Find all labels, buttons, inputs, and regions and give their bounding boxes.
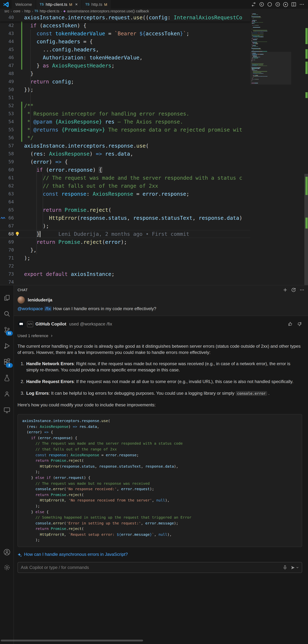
code-line[interactable]: 58 (res: AxiosResponse) => res.data, [0, 150, 250, 158]
close-tab-icon[interactable]: × [75, 2, 78, 6]
tab-http-label: http.ts [91, 2, 102, 6]
search-icon[interactable] [0, 307, 14, 321]
line-number: 64 [0, 198, 14, 206]
code-line[interactable]: 62 // that falls out of the range of 2xx [0, 182, 250, 190]
code-line[interactable]: 71); [0, 254, 250, 262]
symbol-method-icon: ◆ [63, 10, 66, 13]
panel-title-chat[interactable]: CHAT [18, 288, 28, 292]
code-line[interactable]: 46 Authorization: tokenHeaderValue, [0, 54, 250, 62]
line-number: 57 [0, 142, 14, 150]
minimap[interactable] [250, 14, 291, 88]
minimap-line [251, 40, 257, 40]
code-line[interactable]: 53 * Response interceptor for handling e… [0, 110, 250, 118]
tab-welcome[interactable]: Welcome [12, 0, 36, 9]
live-share-icon[interactable] [0, 387, 14, 401]
microphone-icon[interactable] [282, 565, 287, 570]
code-line[interactable]: 57axiosInstance.interceptors.response.us… [0, 142, 250, 150]
compare-changes-icon[interactable] [251, 2, 256, 7]
extensions-icon[interactable]: 2 [0, 355, 14, 369]
chat-input[interactable]: Ask Copilot or type / for commands [18, 562, 302, 573]
list-item: Handle Network Errors: Right now, if the… [26, 361, 302, 373]
minimap-line [251, 18, 253, 19]
source-control-icon[interactable]: 11 [0, 323, 14, 337]
minimap-viewport[interactable] [250, 52, 291, 84]
scm-badge: 11 [6, 331, 13, 336]
code-line[interactable]: 66 HttpError(response.status, response.s… [0, 214, 250, 222]
code-line[interactable]: 40axiosInstance.interceptors.request.use… [0, 14, 250, 22]
breadcrumb-src[interactable]: src [4, 9, 9, 13]
code-line[interactable]: 50}); [0, 86, 250, 94]
code-line[interactable]: 52/** [0, 102, 250, 110]
code-line[interactable]: 44 config.headers = { [0, 38, 250, 46]
code-block-line: const response: AxiosResponse = error.re… [22, 452, 297, 458]
run-and-debug-icon[interactable] [0, 339, 14, 353]
code-editor[interactable]: 42 if (accessToken) {43 const tokenHeade… [0, 14, 308, 285]
minimap-line [251, 17, 261, 18]
explorer-icon[interactable] [0, 291, 14, 305]
code-line[interactable]: 72 [0, 262, 250, 270]
line-number: 46 [0, 54, 14, 62]
breadcrumb-symbol[interactable]: axiosInstance.interceptors.response.use(… [67, 9, 149, 13]
code-line[interactable]: 60 if (error.response) { [0, 166, 250, 174]
line-number: 74 [0, 278, 14, 285]
minimap-line [251, 40, 252, 41]
code-line[interactable]: 47 } as AxiosRequestHeaders; [0, 62, 250, 70]
remote-explorer-icon[interactable] [0, 403, 14, 417]
gutter-marker-icon [1, 216, 6, 220]
list-item-text: : If the request was not made at all due… [74, 379, 293, 384]
code-line[interactable]: 48 } [0, 70, 250, 78]
suggested-code-block[interactable]: axiosInstance.interceptors.response.use(… [18, 414, 302, 547]
workspace-mention[interactable]: @workspace [18, 306, 43, 311]
code-line[interactable]: 59 (error) => { [0, 158, 250, 166]
accounts-icon[interactable] [0, 545, 14, 559]
code-line[interactable]: 63 const response: AxiosResponse = error… [0, 190, 250, 198]
more-actions-icon[interactable] [299, 2, 304, 7]
code-line[interactable]: 42 if (accessToken) { [0, 22, 250, 30]
chevron-down-icon [296, 566, 299, 569]
git-modified-badge: M [69, 2, 72, 6]
panel-horizontal-scrollbar[interactable] [1, 640, 143, 642]
breadcrumb-http[interactable]: http [25, 9, 31, 13]
used-references-toggle[interactable]: Used 1 reference [18, 333, 302, 339]
code-line[interactable]: 61 // The request was made and the serve… [0, 174, 250, 182]
code-line[interactable]: 43 const tokenHeaderValue = `Bearer ${ac… [0, 30, 250, 38]
followup-suggestion[interactable]: How can I handle asynchronous errors in … [18, 552, 302, 558]
response-outro: Here's how you could modify your code to… [18, 402, 302, 408]
settings-gear-icon[interactable] [0, 560, 14, 574]
minimap-line [251, 20, 256, 21]
code-line[interactable]: 45 ...config.headers, [0, 46, 250, 54]
unhelpful-thumbs-down-icon[interactable] [297, 322, 302, 326]
previous-change-icon[interactable] [259, 2, 264, 7]
tab-http-client[interactable]: TS http-client.ts M × [36, 0, 82, 9]
tab-http[interactable]: TS http.ts M [82, 0, 111, 9]
code-line[interactable]: 55 * @returns {Promise<any>} The respons… [0, 126, 250, 134]
code-line[interactable]: 68 } Leni Duderija, 2 months ago • First… [0, 230, 250, 238]
panel-more-actions-icon[interactable] [299, 288, 304, 292]
code-line[interactable]: 69 return Promise.reject(error); [0, 238, 250, 246]
breadcrumb-file[interactable]: http-client.ts [40, 9, 59, 13]
split-editor-icon[interactable] [291, 2, 296, 7]
chat-history-icon[interactable] [291, 288, 296, 292]
user-message: @workspace /fix How can I handle errors … [18, 306, 304, 311]
code-line[interactable]: 74 [0, 278, 250, 285]
code-line[interactable]: 64 [0, 198, 250, 206]
breadcrumb-core[interactable]: core [13, 9, 21, 13]
minimap-line [251, 45, 256, 46]
code-line[interactable]: 70 }, [0, 246, 250, 254]
change-indicator-icon[interactable] [267, 2, 272, 7]
send-button[interactable] [290, 565, 299, 570]
code-line[interactable]: 67 ); [0, 222, 250, 230]
code-line[interactable]: 73export default axiosInstance; [0, 270, 250, 278]
lightbulb-icon[interactable] [15, 231, 20, 236]
fix-command-chip[interactable]: /fix [44, 306, 52, 311]
testing-icon[interactable] [0, 371, 14, 385]
code-line[interactable]: 51 [0, 94, 250, 102]
code-line[interactable]: 65 return Promise.reject( [0, 206, 250, 214]
code-line[interactable]: 54 * @param {AxiosResponse} res — The Ax… [0, 118, 250, 126]
helpful-thumbs-up-icon[interactable] [287, 322, 293, 326]
code-line[interactable]: 56 */ [0, 134, 250, 142]
new-chat-icon[interactable] [283, 288, 287, 292]
code-line[interactable]: 49 return config; [0, 78, 250, 86]
next-change-icon[interactable] [275, 2, 280, 7]
run-file-icon[interactable] [283, 2, 288, 7]
